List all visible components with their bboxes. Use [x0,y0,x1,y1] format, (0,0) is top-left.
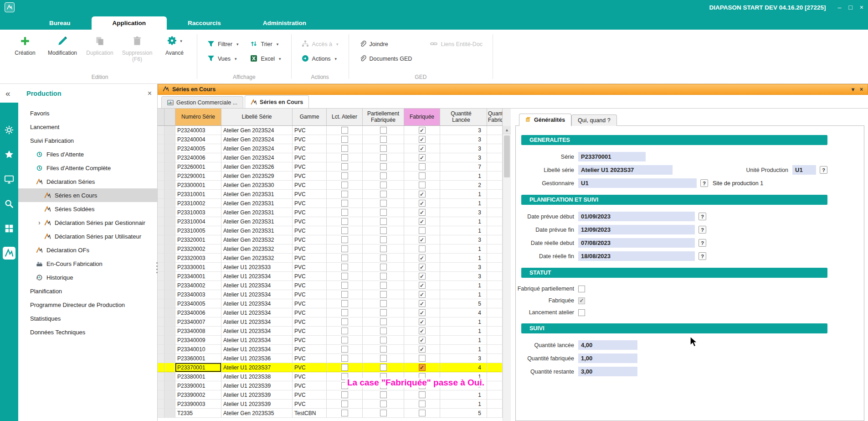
lct-atelier-checkbox[interactable] [341,410,348,416]
table-row[interactable]: P23240004 Atelier Gen 2023S24 PVC 3 [158,135,511,144]
status-checkbox[interactable] [578,286,585,292]
partiellement-checkbox[interactable] [380,245,387,252]
cell-gamme[interactable]: PVC [293,126,327,135]
fabriquee-checkbox[interactable] [419,209,426,216]
cell-libelle[interactable]: Atelier Gen 2023S24 [221,126,293,135]
cell-quantite-fabriquee[interactable] [487,199,503,208]
lct-atelier-checkbox[interactable] [341,318,348,325]
fabriquee-checkbox[interactable] [419,236,426,243]
row-header[interactable] [164,162,175,172]
status-checkbox[interactable] [578,297,585,304]
cell-numero-serie[interactable]: P23240004 [175,135,221,144]
cell-quantite-lancee[interactable]: 3 [440,235,487,244]
status-checkbox[interactable] [578,309,585,316]
partiellement-checkbox[interactable] [380,327,387,334]
excel-button[interactable]: Excel▾ [250,55,281,63]
column-header-lct-atelier[interactable]: Lct. Atelier [327,109,363,126]
sidebar-item[interactable]: › Séries Soldées [18,202,157,216]
partiellement-checkbox[interactable] [380,264,387,270]
lct-atelier-checkbox[interactable] [341,154,348,161]
partiellement-checkbox[interactable] [380,337,387,343]
partiellement-checkbox[interactable] [380,318,387,325]
table-row[interactable]: P23390003 Atelier U1 2023S39 PVC 1 [158,400,511,409]
table-row[interactable]: P23320001 Atelier Gen 2023S32 PVC 3 [158,235,511,244]
partiellement-checkbox[interactable] [380,400,387,407]
partiellement-checkbox[interactable] [380,255,387,261]
quantity-field[interactable]: 4,00 [578,340,637,350]
partiellement-checkbox[interactable] [380,355,387,362]
row-header[interactable] [164,308,175,317]
table-row[interactable]: P23310004 Atelier Gen 2023S31 PVC 1 [158,217,511,226]
column-header-fabriquee[interactable]: Fabriquée [404,109,440,126]
row-header[interactable] [164,235,175,244]
cell-gamme[interactable]: PVC [293,372,327,381]
cell-gamme[interactable]: PVC [293,281,327,290]
cell-numero-serie[interactable]: P23340001 [175,272,221,281]
table-row[interactable]: P23340009 Atelier U1 2023S34 PVC 1 [158,336,511,345]
table-row[interactable]: P23300001 Atelier Gen 2023S30 PVC 2 [158,181,511,190]
cell-gamme[interactable]: PVC [293,290,327,299]
creation-button[interactable]: Création [6,30,44,56]
fabriquee-checkbox[interactable] [419,145,426,152]
lct-atelier-checkbox[interactable] [341,282,348,289]
cell-quantite-fabriquee[interactable] [487,281,503,290]
table-row[interactable]: P23340006 Atelier U1 2023S34 PVC 4 [158,308,511,317]
partiellement-checkbox[interactable] [380,136,387,143]
row-header[interactable] [164,217,175,226]
row-header[interactable] [164,199,175,208]
splitter-handle[interactable] [156,262,158,273]
joindre-button[interactable]: Joindre [359,40,412,49]
minimize-button[interactable]: – [838,4,842,11]
cell-numero-serie[interactable]: P23240003 [175,126,221,135]
cell-gamme[interactable]: PVC [293,299,327,308]
cell-numero-serie[interactable]: P23340007 [175,317,221,327]
sidebar-item[interactable]: › Déclaration Séries par Gestionnair [18,216,157,229]
cell-quantite-lancee[interactable]: 1 [440,226,487,235]
cell-gamme[interactable]: PVC [293,390,327,400]
s idebar-close-button[interactable]: × [148,89,152,98]
row-header[interactable] [164,317,175,327]
row-header[interactable] [164,208,175,217]
partiellement-checkbox[interactable] [380,227,387,234]
row-header[interactable] [164,126,175,135]
cell-quantite-fabriquee[interactable] [487,299,503,308]
sidebar-item[interactable]: › Données Techniques [18,325,157,339]
row-header[interactable] [164,381,175,390]
row-header[interactable] [164,390,175,400]
cell-gamme[interactable]: PVC [293,381,327,390]
sidebar-item[interactable]: › Historique [18,270,157,284]
cell-quantite-lancee[interactable]: 3 [440,354,487,363]
fabriquee-checkbox[interactable] [419,172,426,179]
cell-quantite-fabriquee[interactable] [487,372,503,381]
sidebar-item[interactable]: › Favoris [18,106,157,120]
cell-gamme[interactable]: PVC [293,144,327,153]
row-header[interactable] [164,354,175,363]
partiellement-checkbox[interactable] [380,182,387,188]
cell-libelle[interactable]: Atelier Gen 2023S32 [221,244,293,254]
cell-gamme[interactable]: TestCBN [293,409,327,418]
lct-atelier-checkbox[interactable] [341,236,348,243]
row-header[interactable] [164,409,175,418]
table-row[interactable]: P23340007 Atelier U1 2023S34 PVC 1 [158,317,511,327]
lct-atelier-checkbox[interactable] [341,182,348,188]
cell-gamme[interactable]: PVC [293,308,327,317]
cell-quantite-fabriquee[interactable] [487,208,503,217]
cell-numero-serie[interactable]: P23310003 [175,208,221,217]
lct-atelier-checkbox[interactable] [341,145,348,152]
row-header[interactable] [164,345,175,354]
cell-quantite-lancee[interactable]: 1 [440,336,487,345]
cell-numero-serie[interactable]: P23240006 [175,153,221,162]
fabriquee-checkbox[interactable] [419,191,426,198]
column-header-gamme[interactable]: Gamme [293,109,327,126]
sidebar-item[interactable]: › En-Cours Fabrication [18,257,157,270]
row-header[interactable] [164,190,175,199]
partiellement-checkbox[interactable] [380,391,387,398]
cell-quantite-fabriquee[interactable] [487,336,503,345]
tab-generalites[interactable]: Généralités [519,114,571,126]
cell-libelle[interactable]: Atelier Gen 2023S26 [221,162,293,172]
cell-quantite-lancee[interactable]: 1 [440,217,487,226]
lct-atelier-checkbox[interactable] [341,255,348,261]
column-header-quantite-fabriquee[interactable]: Quantité Fabriquée [487,109,503,126]
row-header[interactable] [164,299,175,308]
fabriquee-checkbox[interactable] [419,227,426,234]
